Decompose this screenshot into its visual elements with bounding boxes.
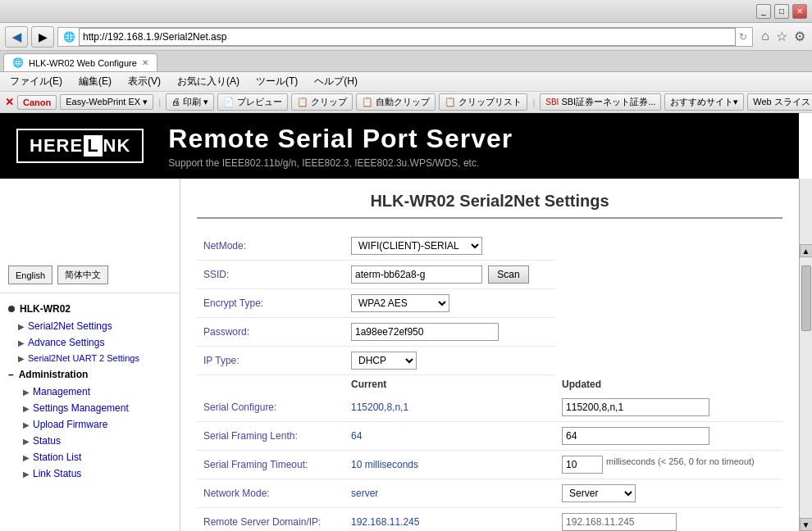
browser-window: _ □ ✕ ◀ ▶ 🌐 ↻ ⌂ ☆ ⚙ 🌐 HLK-WR02 Web Confi… <box>0 0 812 531</box>
serial-config-current: 115200,8,n,1 <box>344 393 555 422</box>
cliplist-label: 📋 クリップリスト <box>445 96 522 108</box>
framing-timeout-input[interactable] <box>562 456 603 474</box>
device-dot <box>8 306 15 312</box>
sbi-bookmark[interactable]: SBI SBI証券ーネット証券... <box>540 93 661 111</box>
iptype-select[interactable]: DHCPStatic <box>351 352 417 370</box>
remote-server-row: Remote Server Domain/IP: 192.168.11.245 <box>197 508 782 532</box>
nav-bar: ◀ ▶ 🌐 ↻ ⌂ ☆ ⚙ <box>0 23 812 51</box>
address-bar[interactable]: 🌐 ↻ <box>57 27 753 47</box>
framing-length-input[interactable] <box>562 427 709 445</box>
logo-link-char: L <box>84 135 102 157</box>
easywebprint-bookmark[interactable]: Easy-WebPrint EX ▾ <box>60 94 153 110</box>
serial-config-label: Serial Configure: <box>197 393 344 422</box>
serial-config-input[interactable] <box>562 398 709 416</box>
tab-label: HLK-WR02 Web Configure <box>29 58 137 68</box>
encrypt-select[interactable]: WPA2 AESWPA AESNONE <box>351 294 449 312</box>
sidebar-admin[interactable]: – Administration <box>0 365 180 384</box>
sidebar-status[interactable]: ▶ Status <box>0 433 180 449</box>
netmode-label: NetMode: <box>197 232 344 261</box>
menu-edit[interactable]: 編集(E) <box>75 73 115 90</box>
scroll-thumb[interactable] <box>801 266 811 331</box>
webslice-label: Web スライス ギャラ... ▾ <box>753 96 812 108</box>
lang-english-btn[interactable]: English <box>8 266 52 284</box>
site-logo: HERELNK <box>16 129 144 163</box>
sidebar-item-uart2[interactable]: ▶ Serial2Net UART 2 Settings <box>0 351 180 365</box>
content-area: HLK-WR02 Serial2Net Settings NetMode: WI… <box>180 179 799 531</box>
framing-length-current: 64 <box>344 422 555 451</box>
webslice-bookmark[interactable]: Web スライス ギャラ... ▾ <box>747 93 812 111</box>
menu-favorites[interactable]: お気に入り(A) <box>174 73 243 90</box>
window-controls: _ □ ✕ <box>756 4 807 19</box>
remote-server-label: Remote Server Domain/IP: <box>197 508 344 532</box>
arrow-icon: ▶ <box>23 453 30 462</box>
page-title: HLK-WR02 Serial2Net Settings <box>197 192 782 219</box>
network-mode-label: Network Mode: <box>197 479 344 508</box>
lang-chinese-btn[interactable]: 简体中文 <box>57 266 108 284</box>
autoclip-bookmark[interactable]: 📋 自動クリップ <box>356 93 436 111</box>
password-input[interactable] <box>351 323 499 341</box>
remote-server-updated-field <box>555 508 782 532</box>
cliplist-bookmark[interactable]: 📋 クリップリスト <box>439 93 527 111</box>
ssid-input[interactable] <box>351 266 482 284</box>
home-icon[interactable]: ⌂ <box>760 27 771 46</box>
updated-header: Updated <box>555 375 782 394</box>
address-input[interactable] <box>79 28 736 46</box>
sbi-icon: SBI <box>545 98 559 107</box>
network-mode-select[interactable]: ServerClient <box>562 484 636 502</box>
sidebar-link-label: Advance Settings <box>28 337 104 348</box>
sidebar-upload-firmware[interactable]: ▶ Upload Firmware <box>0 416 180 433</box>
sidebar-station-list[interactable]: ▶ Station List <box>0 449 180 465</box>
forward-button[interactable]: ▶ <box>31 26 54 48</box>
sidebar-management[interactable]: ▶ Management <box>0 384 180 400</box>
maximize-button[interactable]: □ <box>774 4 789 19</box>
dash-icon: – <box>8 369 14 380</box>
scroll-track[interactable] <box>801 257 812 518</box>
lang-buttons: English 简体中文 <box>0 261 180 293</box>
divider-1: | <box>158 98 161 107</box>
netmode-select[interactable]: WIFI(CLIENT)-SERIALAP-SERIALETH-SERIAL <box>351 237 482 255</box>
ssid-row: SSID: Scan <box>197 261 782 289</box>
sidebar-item-serial2net[interactable]: ▶ Serial2Net Settings <box>0 318 180 334</box>
arrow-icon: ▶ <box>23 388 30 397</box>
menu-tools[interactable]: ツール(T) <box>253 73 301 90</box>
sidebar-settings-mgmt[interactable]: ▶ Settings Management <box>0 400 180 416</box>
preview-bookmark[interactable]: 📄 プレビュー <box>217 93 288 111</box>
scrollbar: ▲ ▼ <box>799 179 812 531</box>
password-label: Password: <box>197 318 344 347</box>
site-title: Remote Serial Port Server <box>168 124 782 154</box>
header-title-section: Remote Serial Port Server Support the IE… <box>168 124 782 169</box>
print-bookmark[interactable]: 🖨 印刷 ▾ <box>166 93 214 111</box>
settings-icon[interactable]: ⚙ <box>792 27 807 46</box>
netmode-field: WIFI(CLIENT)-SERIALAP-SERIALETH-SERIAL <box>344 232 555 261</box>
password-field <box>344 318 555 347</box>
network-mode-updated-field: ServerClient <box>555 479 782 508</box>
back-button[interactable]: ◀ <box>5 26 28 48</box>
canon-bookmark[interactable]: Canon <box>17 95 57 110</box>
framing-timeout-label: Serial Framing Timeout: <box>197 451 344 479</box>
menu-file[interactable]: ファイル(E) <box>7 73 66 90</box>
arrow-icon: ▶ <box>18 322 25 331</box>
framing-length-row: Serial Framing Lenth: 64 <box>197 422 782 451</box>
menu-view[interactable]: 表示(V) <box>125 73 164 90</box>
scan-button[interactable]: Scan <box>488 266 528 284</box>
sidebar-device: HLK-WR02 <box>0 300 180 318</box>
active-tab[interactable]: 🌐 HLK-WR02 Web Configure ✕ <box>3 53 157 71</box>
scroll-up-arrow[interactable]: ▲ <box>800 244 813 257</box>
minimize-button[interactable]: _ <box>756 4 771 19</box>
remote-server-input[interactable] <box>562 513 677 531</box>
framing-length-label: Serial Framing Lenth: <box>197 422 344 451</box>
arrow-icon: ▶ <box>23 404 30 413</box>
menu-help[interactable]: ヘルプ(H) <box>311 73 361 90</box>
scroll-down-arrow[interactable]: ▼ <box>800 518 813 531</box>
sidebar-item-advance[interactable]: ▶ Advance Settings <box>0 334 180 351</box>
refresh-icon[interactable]: ↻ <box>739 31 747 43</box>
favorites-icon[interactable]: ☆ <box>774 27 789 46</box>
x-icon: ✕ <box>5 96 14 108</box>
close-button[interactable]: ✕ <box>792 4 807 19</box>
osusume-bookmark[interactable]: おすすめサイト▾ <box>664 93 744 111</box>
sidebar-link-status[interactable]: ▶ Link Status <box>0 465 180 482</box>
tab-close-icon[interactable]: ✕ <box>142 58 148 67</box>
arrow-icon: ▶ <box>18 354 25 363</box>
site-header: HERELNK Remote Serial Port Server Suppor… <box>0 113 799 179</box>
clip-bookmark[interactable]: 📋 クリップ <box>291 93 353 111</box>
